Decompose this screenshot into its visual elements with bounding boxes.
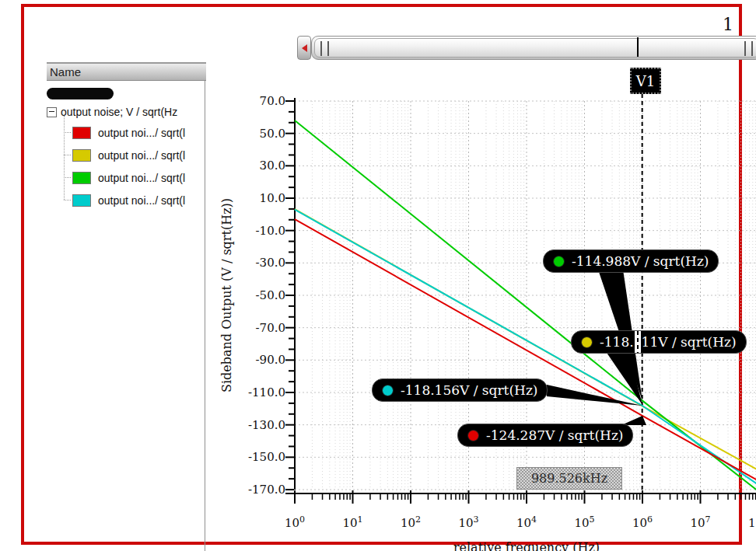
value-callout-yellow[interactable]: -118.11V / sqrt(Hz) [571, 330, 747, 354]
tree-collapse-icon[interactable] [47, 107, 57, 117]
callout-value-text: -118.156V / sqrt(Hz) [401, 382, 537, 398]
signal-tree-item-label: output noi.../ sqrt(l [98, 149, 185, 162]
callout-value-text-after: 11V / sqrt(Hz) [642, 334, 737, 350]
scrollbar-track[interactable] [311, 36, 756, 60]
callout-value-text: -114.988V / sqrt(Hz) [572, 253, 709, 269]
x-tick-label: 106 [625, 514, 660, 530]
tree-branch-line [64, 200, 71, 201]
x-tick-label: 105 [568, 514, 602, 530]
marker-v1-tag[interactable]: V1 [630, 68, 661, 94]
y-tick-label: -90.0 [226, 353, 285, 367]
tree-branch-line [64, 132, 71, 134]
signal-tree-item-label: output noi.../ sqrt(l [98, 172, 185, 184]
waveform-viewer-page: 1 V1 Name output noise; V / sqrt(Hz [0, 0, 756, 551]
yellow-point-icon [581, 337, 593, 348]
y-tick-label: -150.0 [226, 450, 285, 464]
callout-value-text-before: -118. [600, 334, 634, 350]
y-tick-label: -10.0 [226, 224, 285, 238]
marker-line-slot [635, 331, 641, 353]
value-callout-cyan[interactable]: -118.156V / sqrt(Hz) [372, 378, 548, 402]
cyan-point-icon [382, 385, 394, 396]
left-arrow-icon [302, 44, 307, 52]
tree-root-output-noise[interactable]: output noise; V / sqrt(Hz [47, 105, 205, 119]
sidebar-separator [205, 81, 205, 551]
y-tick-label: -50.0 [226, 288, 285, 302]
x-tick-label: 100 [278, 514, 312, 530]
x-tick-label: 108 [741, 514, 756, 530]
x-tick-label: 101 [336, 514, 370, 530]
y-tick-label: 10.0 [226, 191, 285, 205]
y-tick-label: 70.0 [226, 94, 285, 108]
scrollbar-left-arrow-button[interactable] [297, 36, 311, 60]
callout-value-text: -124.287V / sqrt(Hz) [486, 427, 623, 443]
redacted-text-blob [47, 88, 114, 99]
x-tick-label: 104 [509, 514, 544, 530]
x-tick-label: 107 [684, 514, 718, 530]
x-axis-title: relative frequency (Hz) [453, 540, 600, 551]
series-color-swatch [72, 172, 91, 184]
x-tick-label: 102 [394, 514, 428, 530]
y-tick-label: -110.0 [226, 385, 285, 399]
window-frame: 1 V1 Name output noise; V / sqrt(Hz [21, 4, 742, 545]
signal-tree-item-label: output noi.../ sqrt(l [98, 194, 185, 207]
signal-tree-item-label: output noi.../ sqrt(l [98, 127, 185, 139]
signal-tree-item[interactable]: output noi.../ sqrt(l [64, 194, 205, 207]
thumb-grip-left-icon [320, 41, 329, 56]
y-tick-label: 30.0 [226, 159, 285, 173]
y-axis-title: Sideband Output (V / sqrt(Hz)) [219, 198, 234, 392]
tree-branch-line [64, 177, 71, 179]
tree-root-label: output noise; V / sqrt(Hz [61, 106, 177, 118]
thumb-grip-right-icon [744, 41, 753, 56]
horizontal-scrollbar[interactable] [297, 36, 756, 60]
signal-tree-item[interactable]: output noi.../ sqrt(l [64, 148, 205, 162]
y-tick-label: -30.0 [226, 256, 285, 270]
signal-tree-item[interactable]: output noi.../ sqrt(l [64, 126, 205, 140]
scrollbar-thumb[interactable] [314, 38, 756, 58]
value-callout-green[interactable]: -114.988V / sqrt(Hz) [543, 249, 719, 273]
tree-branch-line [64, 155, 71, 156]
marker-position-tick [637, 37, 639, 57]
signal-list-header: Name [47, 62, 206, 81]
y-tick-label: -130.0 [226, 418, 285, 432]
marker-frequency-readout: 989.526kHz [516, 467, 622, 490]
y-tick-label: -70.0 [226, 321, 285, 335]
series-color-swatch [72, 127, 91, 139]
red-point-icon [467, 430, 479, 441]
page-number: 1 [719, 15, 737, 34]
series-color-swatch [72, 149, 91, 162]
signal-tree-item[interactable]: output noi.../ sqrt(l [64, 171, 205, 185]
x-tick-label: 103 [452, 514, 486, 530]
y-tick-label: 50.0 [226, 127, 285, 141]
series-color-swatch [72, 194, 91, 207]
y-tick-label: -170.0 [226, 483, 285, 497]
value-callout-red[interactable]: -124.287V / sqrt(Hz) [457, 424, 633, 447]
green-point-icon [553, 256, 565, 267]
